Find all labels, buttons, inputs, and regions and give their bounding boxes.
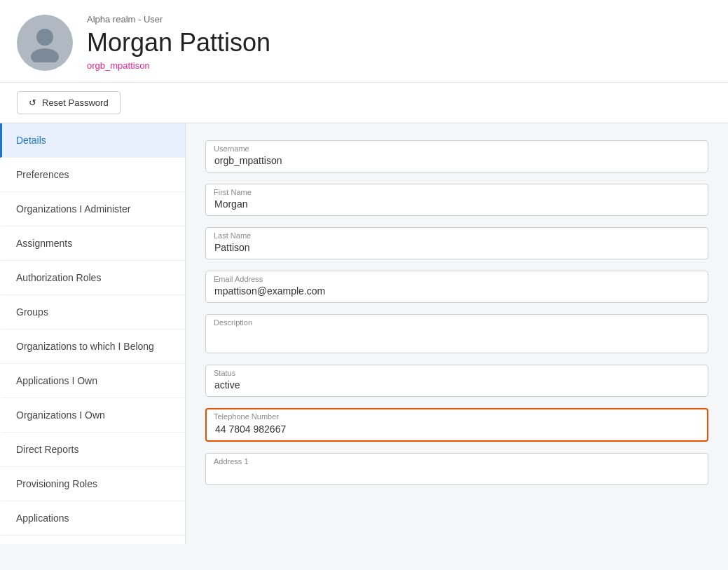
- first-name-wrapper: First Name: [205, 184, 708, 216]
- username-wrapper: Username: [205, 140, 708, 172]
- telephone-wrapper: Telephone Number: [205, 408, 708, 442]
- sidebar-item-applications-own[interactable]: Applications I Own: [0, 364, 185, 398]
- svg-point-0: [36, 29, 53, 46]
- first-name-input[interactable]: [205, 184, 708, 216]
- page-wrapper: Alpha realm - User Morgan Pattison orgb_…: [0, 0, 728, 570]
- sidebar-item-details[interactable]: Details: [0, 123, 185, 158]
- sidebar-item-preferences[interactable]: Preferences: [0, 158, 185, 192]
- main-layout: Details Preferences Organizations I Admi…: [0, 123, 728, 544]
- form-group-address1: Address 1: [205, 453, 708, 485]
- username-link[interactable]: orgb_mpattison: [87, 60, 270, 71]
- address1-wrapper: Address 1: [205, 453, 708, 485]
- sidebar-item-direct-reports[interactable]: Direct Reports: [0, 433, 185, 467]
- sidebar: Details Preferences Organizations I Admi…: [0, 123, 186, 544]
- form-group-email: Email Address: [205, 271, 708, 303]
- svg-point-1: [31, 48, 59, 62]
- form-group-description: Description: [205, 314, 708, 353]
- description-input[interactable]: [205, 314, 708, 353]
- sidebar-item-applications[interactable]: Applications: [0, 501, 185, 536]
- toolbar: ↺ Reset Password: [0, 83, 728, 123]
- details-content: Username First Name Last Name: [186, 123, 728, 544]
- reset-password-button[interactable]: ↺ Reset Password: [17, 91, 121, 114]
- sidebar-item-assignments[interactable]: Assignments: [0, 226, 185, 261]
- status-input[interactable]: [205, 365, 708, 397]
- address1-input[interactable]: [205, 453, 708, 485]
- form-group-telephone: Telephone Number: [205, 408, 708, 442]
- description-wrapper: Description: [205, 314, 708, 353]
- form-group-last-name: Last Name: [205, 227, 708, 259]
- user-display-name: Morgan Pattison: [87, 27, 270, 57]
- sidebar-item-organizations-belong[interactable]: Organizations to which I Belong: [0, 330, 185, 364]
- sidebar-item-groups[interactable]: Groups: [0, 295, 185, 330]
- status-wrapper: Status: [205, 365, 708, 397]
- sidebar-item-organizations-own[interactable]: Organizations I Own: [0, 398, 185, 433]
- email-wrapper: Email Address: [205, 271, 708, 303]
- form-group-username: Username: [205, 140, 708, 172]
- form-group-status: Status: [205, 365, 708, 397]
- sidebar-item-provisioning-roles[interactable]: Provisioning Roles: [0, 467, 185, 501]
- realm-label: Alpha realm - User: [87, 14, 270, 25]
- last-name-wrapper: Last Name: [205, 227, 708, 259]
- last-name-input[interactable]: [205, 227, 708, 259]
- reset-password-label: Reset Password: [42, 97, 109, 108]
- username-input[interactable]: [205, 140, 708, 172]
- email-input[interactable]: [205, 271, 708, 303]
- avatar: [17, 15, 73, 71]
- telephone-input[interactable]: [205, 408, 708, 442]
- sidebar-item-organizations-administer[interactable]: Organizations I Administer: [0, 192, 185, 226]
- header-info: Alpha realm - User Morgan Pattison orgb_…: [87, 14, 270, 71]
- form-group-first-name: First Name: [205, 184, 708, 216]
- header: Alpha realm - User Morgan Pattison orgb_…: [0, 0, 728, 83]
- reset-icon: ↺: [29, 97, 36, 108]
- sidebar-item-authorization-roles[interactable]: Authorization Roles: [0, 261, 185, 295]
